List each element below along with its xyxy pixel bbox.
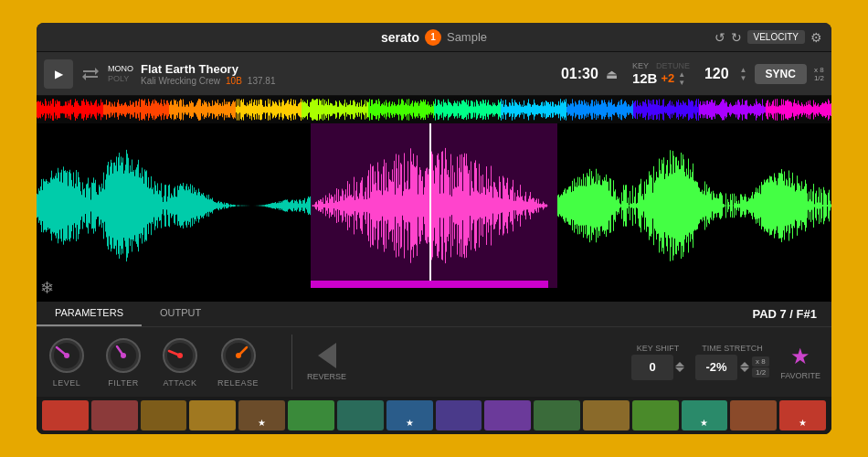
pad-cell-2[interactable] — [141, 400, 187, 430]
overview-bar[interactable] — [37, 96, 831, 123]
bpm-controls: ▲▼ — [740, 66, 747, 82]
time-stretch-ratio: x 8 1/2 — [752, 356, 769, 377]
pad-cell-11[interactable] — [583, 400, 630, 430]
redo-button[interactable]: ↻ — [731, 30, 742, 45]
logo-icon: 1 — [425, 29, 441, 46]
favorite-button[interactable]: ★ FAVORITE — [780, 344, 820, 380]
pad-star-4: ★ — [258, 418, 266, 428]
svg-point-11 — [121, 353, 126, 358]
release-knob-group: RELEASE — [217, 336, 259, 388]
svg-point-15 — [177, 353, 183, 358]
key-shift-control: 0 — [631, 355, 684, 380]
track-info: Flat Earth Theory Kali Wrecking Crew 10B… — [141, 62, 554, 86]
transport-bar: ▶ MONO POLY Flat Earth Theory Kali Wreck… — [37, 52, 831, 96]
favorite-label: FAVORITE — [780, 371, 820, 380]
main-waveform[interactable]: ❄ — [37, 123, 831, 302]
svg-point-19 — [236, 353, 241, 358]
pad-cell-4[interactable]: ★ — [238, 400, 285, 430]
pad-cell-15[interactable]: ★ — [779, 400, 826, 430]
key-shift-spinner[interactable] — [675, 362, 684, 372]
level-knob-group: LEVEL — [48, 336, 86, 388]
serato-text: serato — [381, 30, 419, 45]
pad-star-7: ★ — [406, 418, 414, 428]
pad-cell-3[interactable] — [189, 400, 236, 430]
key-spinner[interactable]: ▲▼ — [678, 70, 685, 87]
attack-label: ATTACK — [163, 378, 196, 388]
key-shift-group: KEY SHIFT 0 — [631, 344, 684, 380]
pad-cell-8[interactable] — [436, 400, 482, 430]
level-label: LEVEL — [53, 378, 81, 388]
top-right-controls: ↺ ↻ VELOCITY ⚙ — [715, 30, 822, 45]
filter-knob[interactable] — [104, 336, 143, 375]
pad-cell-0[interactable] — [42, 400, 89, 430]
favorite-star-icon: ★ — [790, 344, 810, 369]
waveform-section: ❄ — [37, 96, 831, 302]
controls-row: LEVEL FILTER ATTAC — [37, 327, 831, 397]
key-offset: +2 — [661, 71, 674, 85]
level-knob[interactable] — [48, 336, 86, 375]
key-shift-value: 0 — [631, 355, 673, 380]
key-value: 12B — [632, 70, 658, 86]
settings-button[interactable]: ⚙ — [810, 30, 822, 45]
key-shift-label: KEY SHIFT — [637, 344, 679, 353]
bpm-spinner[interactable]: ▲▼ — [740, 66, 747, 82]
loop-mode-button[interactable] — [80, 64, 101, 84]
svg-point-7 — [64, 353, 69, 358]
time-stretch-control: -2% x 8 1/2 — [695, 355, 769, 380]
pad-info: PAD 7 / F#1 — [752, 302, 817, 326]
pad-cell-5[interactable] — [288, 400, 334, 430]
undo-button[interactable]: ↺ — [715, 30, 725, 45]
attack-knob[interactable] — [161, 336, 199, 375]
bottom-section: PARAMETERS OUTPUT PAD 7 / F#1 LEVEL — [37, 302, 831, 434]
release-knob[interactable] — [219, 336, 258, 375]
pad-cell-12[interactable] — [632, 400, 679, 430]
pad-grid: ★★★★ — [37, 397, 831, 434]
eject-button[interactable]: ⏏ — [606, 67, 618, 81]
pad-cell-10[interactable] — [534, 400, 580, 430]
reverse-label: REVERSE — [307, 372, 346, 381]
play-button[interactable]: ▶ — [44, 59, 73, 89]
filter-label: FILTER — [108, 378, 138, 388]
pad-cell-9[interactable] — [484, 400, 531, 430]
mono-poly-toggle[interactable]: MONO POLY — [108, 64, 133, 84]
time-stretch-value: -2% — [695, 355, 737, 380]
svg-marker-2 — [95, 68, 99, 75]
reverse-arrow-icon — [318, 343, 336, 368]
params-tabs: PARAMETERS OUTPUT PAD 7 / F#1 — [37, 302, 831, 327]
x-ratio: x 8 1/2 — [814, 66, 824, 82]
key-section: KEY DETUNE 12B +2 ▲▼ — [632, 61, 690, 87]
track-title: Flat Earth Theory — [141, 62, 554, 76]
time-display: 01:30 — [561, 66, 598, 82]
pad-cell-13[interactable]: ★ — [682, 400, 728, 430]
logo: serato 1 Sample — [381, 29, 487, 46]
reverse-button[interactable]: REVERSE — [307, 343, 346, 381]
freeze-icon[interactable]: ❄ — [40, 278, 54, 298]
release-label: RELEASE — [217, 378, 259, 388]
filter-knob-group: FILTER — [104, 336, 143, 388]
time-stretch-label: TIME STRETCH — [702, 344, 763, 353]
tab-output[interactable]: OUTPUT — [142, 302, 219, 326]
time-stretch-spinner[interactable] — [740, 362, 749, 372]
sample-text: Sample — [447, 30, 487, 44]
pad-cell-14[interactable] — [730, 400, 777, 430]
pad-cell-6[interactable] — [337, 400, 384, 430]
divider1 — [291, 335, 292, 389]
pad-star-13: ★ — [700, 418, 708, 428]
track-subtitle: Kali Wrecking Crew 10B 137.81 — [141, 76, 554, 86]
svg-marker-3 — [82, 73, 86, 80]
tab-parameters[interactable]: PARAMETERS — [37, 302, 142, 326]
right-controls: KEY SHIFT 0 TIME STRETCH -2% — [631, 344, 820, 380]
attack-knob-group: ATTACK — [161, 336, 199, 388]
pad-cell-7[interactable]: ★ — [386, 400, 433, 430]
bpm-value: 120 — [704, 66, 729, 82]
pad-star-15: ★ — [799, 418, 807, 428]
top-bar: serato 1 Sample ↺ ↻ VELOCITY ⚙ — [37, 23, 831, 52]
pad-cell-1[interactable] — [91, 400, 138, 430]
time-stretch-group: TIME STRETCH -2% x 8 1/2 — [695, 344, 769, 380]
velocity-button[interactable]: VELOCITY — [747, 30, 805, 44]
sync-button[interactable]: SYNC — [755, 64, 807, 84]
